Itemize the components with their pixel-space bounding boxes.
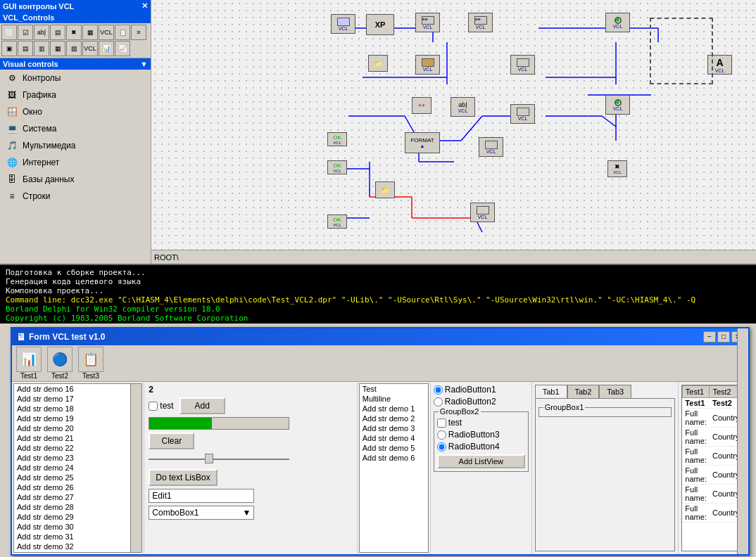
- checkbox-test[interactable]: [149, 402, 158, 411]
- toolbar-icon-3[interactable]: ab|: [34, 25, 49, 40]
- listbox-item[interactable]: Add str demo 2: [360, 414, 428, 423]
- listview-table[interactable]: Test1 Test2 Test1Test2Full name:Country:…: [681, 385, 745, 551]
- col-test1[interactable]: Test1: [682, 386, 710, 398]
- toolbar-icon-10[interactable]: ▣: [1, 41, 17, 56]
- toolbar-icon-11[interactable]: ▤: [18, 41, 33, 56]
- slider-container[interactable]: [149, 452, 289, 466]
- listbox-scrollbar[interactable]: [737, 382, 748, 554]
- listbox-item[interactable]: Add str demo 4: [360, 433, 428, 443]
- node-grid[interactable]: VCL: [510, 55, 535, 75]
- node-folder-1[interactable]: 📁: [368, 55, 388, 72]
- radio-1-label[interactable]: RadioButton1: [434, 385, 529, 395]
- tab-3[interactable]: Tab3: [599, 385, 631, 398]
- toolbar-icon-8[interactable]: 📋: [115, 25, 130, 40]
- table-row[interactable]: Full name:Country:: [682, 409, 744, 428]
- minimize-button[interactable]: −: [703, 331, 716, 342]
- radio-button-4[interactable]: [437, 442, 446, 452]
- groupbox2-checkbox[interactable]: [437, 418, 446, 428]
- toolbar-icon-14[interactable]: ▧: [66, 41, 82, 56]
- list-item[interactable]: Add str demo 29: [14, 512, 130, 522]
- list-item[interactable]: Add str demo 20: [14, 423, 130, 433]
- list-item[interactable]: Add str demo 18: [14, 404, 130, 414]
- toolbar-icon-13[interactable]: ▦: [50, 41, 65, 56]
- toolbar-icon-2[interactable]: ☑: [18, 25, 33, 40]
- toolbar-icon-5[interactable]: ✖: [66, 25, 82, 40]
- node-ok-2[interactable]: OK VCL: [327, 160, 347, 174]
- sidebar-item-graphics[interactable]: 🖼 Графика: [0, 87, 151, 103]
- app-tool-test1[interactable]: 📊 Test1: [15, 345, 43, 381]
- list-item[interactable]: Add str demo 24: [14, 463, 130, 473]
- table-row[interactable]: Full name:Country:: [682, 447, 744, 466]
- toolbar-icon-15[interactable]: VCL: [82, 41, 98, 56]
- listbox-item[interactable]: Add str demo 6: [360, 453, 428, 463]
- sidebar-close[interactable]: ✕: [141, 1, 148, 11]
- sidebar-item-system[interactable]: 💻 Система: [0, 120, 151, 137]
- radio-2-label[interactable]: RadioButton2: [434, 397, 529, 406]
- list-item[interactable]: Add str demo 25: [14, 473, 130, 482]
- node-radio-2[interactable]: VCL: [605, 95, 630, 115]
- node-vcl-bottom[interactable]: VCL: [470, 203, 495, 222]
- list-item[interactable]: Add str demo 28: [14, 502, 130, 512]
- sidebar-item-controls[interactable]: ⚙ Контролы: [0, 70, 151, 87]
- combobox[interactable]: ComboBox1 ▼: [149, 506, 254, 520]
- add-button[interactable]: Add: [179, 397, 225, 414]
- radio-button-1[interactable]: [434, 385, 443, 395]
- listbox-item[interactable]: Test: [360, 384, 428, 394]
- listbox[interactable]: TestMultilineAdd str demo 1Add str demo …: [359, 383, 429, 553]
- list-item[interactable]: Add str demo 16: [14, 384, 130, 394]
- list-item[interactable]: Add str demo 26: [14, 482, 130, 492]
- table-row[interactable]: Full name:Country:: [682, 466, 744, 485]
- sidebar-item-strings[interactable]: ≡ Строки: [0, 188, 151, 205]
- sidebar-item-database[interactable]: 🗄 Базы данных: [0, 171, 151, 188]
- list-item[interactable]: Add str demo 30: [14, 522, 130, 532]
- toolbar-icon-1[interactable]: ⬜: [1, 25, 17, 40]
- node-format[interactable]: FORMAT ▲: [405, 132, 440, 153]
- listbox-item[interactable]: Add str demo 1: [360, 404, 428, 414]
- sidebar-item-internet[interactable]: 🌐 Интернет: [0, 154, 151, 171]
- listbox-item[interactable]: Multiline: [360, 394, 428, 404]
- node-radio-1[interactable]: VCL: [605, 13, 630, 32]
- app-tool-test3[interactable]: 📋 Test3: [77, 345, 105, 381]
- node-folder-2[interactable]: 📁: [375, 181, 395, 198]
- radio-4-label[interactable]: RadioButton4: [437, 442, 525, 452]
- node-plus[interactable]: ++: [412, 97, 431, 114]
- node-ok-3[interactable]: OK VCL: [327, 215, 347, 229]
- listbox-item[interactable]: Add str demo 3: [360, 423, 428, 433]
- toolbar-icon-17[interactable]: 📈: [115, 41, 130, 56]
- add-listview-button[interactable]: Add ListView: [437, 454, 525, 468]
- tab-1[interactable]: Tab1: [535, 385, 567, 398]
- list-item[interactable]: Add str demo 27: [14, 492, 130, 502]
- node-vcl-1[interactable]: VCL: [331, 14, 355, 34]
- node-grid-2[interactable]: VCL: [510, 104, 535, 124]
- groupbox2-checkbox-label[interactable]: test: [437, 418, 525, 428]
- node-abl[interactable]: ab| VCL: [451, 97, 475, 117]
- list-item[interactable]: Add str demo 32: [14, 542, 130, 551]
- slider-thumb[interactable]: [205, 454, 213, 463]
- toolbar-icon-6[interactable]: ▦: [82, 25, 98, 40]
- node-vcl-3[interactable]: ≡≡ VCL: [468, 13, 493, 32]
- node-ok-1[interactable]: OK VCL: [327, 132, 347, 146]
- edit-field[interactable]: [149, 489, 254, 503]
- sidebar-item-window[interactable]: 🪟 Окно: [0, 103, 151, 120]
- clear-button[interactable]: Clear: [149, 433, 194, 449]
- node-x[interactable]: ✖ VCL: [607, 160, 627, 177]
- list-item[interactable]: Add str demo 19: [14, 414, 130, 423]
- app-tool-test2[interactable]: 🔵 Test2: [46, 345, 74, 381]
- list-item[interactable]: Add str demo 31: [14, 532, 130, 542]
- visual-controls-arrow[interactable]: ▼: [140, 60, 148, 68]
- list-item[interactable]: Add str demo 17: [14, 394, 130, 404]
- sidebar-item-multimedia[interactable]: 🎵 Мультимедиа: [0, 137, 151, 154]
- list-item[interactable]: Add str demo 21: [14, 433, 130, 443]
- listbox-item[interactable]: Add str demo 5: [360, 443, 428, 453]
- list-item[interactable]: Add str demo 33: [14, 551, 130, 552]
- canvas-area[interactable]: XP VCL ≡≡ VCL ≡≡ VCL VCL A: [151, 0, 756, 264]
- radio-3-label[interactable]: RadioButton3: [437, 430, 525, 440]
- list-scrollbar[interactable]: [130, 384, 141, 552]
- node-vcl-2[interactable]: ≡≡ VCL: [415, 13, 440, 32]
- toolbar-icon-12[interactable]: ▥: [34, 41, 49, 56]
- tab-2[interactable]: Tab2: [567, 385, 600, 398]
- node-grid-3[interactable]: VCL: [479, 137, 503, 157]
- toolbar-icon-7[interactable]: VCL: [99, 25, 114, 40]
- checkbox-test-label[interactable]: test: [149, 401, 173, 411]
- do-text-lisbox-button[interactable]: Do text LisBox: [149, 469, 217, 486]
